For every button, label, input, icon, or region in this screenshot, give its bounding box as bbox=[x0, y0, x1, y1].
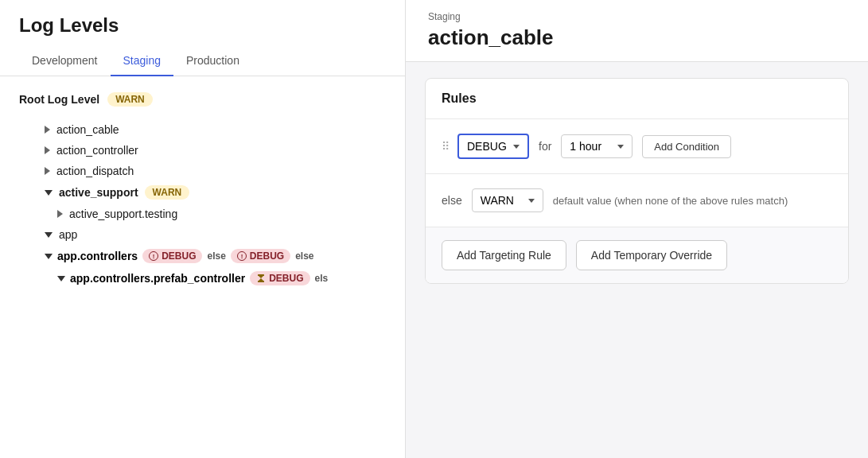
active-support-badge: WARN bbox=[145, 185, 190, 200]
else-row: else WARN default value (when none of th… bbox=[426, 174, 848, 227]
active-support-label: active_support bbox=[59, 186, 138, 199]
tab-staging[interactable]: Staging bbox=[111, 46, 173, 76]
tree-item-action-controller[interactable]: action_controller bbox=[19, 140, 386, 161]
root-log-badge: WARN bbox=[107, 92, 153, 107]
level-select-chevron-icon bbox=[513, 145, 520, 149]
svg-text:!: ! bbox=[153, 253, 155, 260]
for-label: for bbox=[539, 140, 551, 153]
tabs-container: Development Staging Production bbox=[0, 46, 405, 76]
else-level-select[interactable]: WARN bbox=[472, 188, 543, 212]
chevron-down-icon bbox=[45, 190, 53, 196]
duration-select[interactable]: 1 hour bbox=[561, 134, 633, 158]
else-level-chevron-icon bbox=[528, 199, 535, 203]
chevron-right-icon bbox=[45, 146, 50, 154]
root-log-label: Root Log Level bbox=[19, 93, 99, 106]
tab-development[interactable]: Development bbox=[19, 46, 111, 76]
right-content: Rules ⠿ DEBUG for 1 hour Add Condition e… bbox=[406, 62, 868, 458]
else-text-1: else bbox=[207, 250, 225, 262]
tree-item-app-prefab[interactable]: app.controllers.prefab_controller DEBUG … bbox=[19, 267, 386, 289]
add-targeting-rule-button[interactable]: Add Targeting Rule bbox=[442, 240, 566, 270]
else-text-3: els bbox=[315, 273, 329, 284]
chevron-down-icon bbox=[45, 254, 53, 259]
right-panel: Staging action_cable Rules ⠿ DEBUG for 1… bbox=[406, 0, 868, 458]
page-title: Log Levels bbox=[0, 0, 405, 46]
action-controller-label: action_controller bbox=[56, 144, 138, 157]
tree-item-action-dispatch[interactable]: action_dispatch bbox=[19, 161, 386, 181]
else-label: else bbox=[442, 194, 462, 207]
app-prefab-badge: DEBUG bbox=[250, 271, 309, 285]
app-controllers-badge1: ! DEBUG bbox=[142, 249, 202, 263]
left-panel: Log Levels Development Staging Productio… bbox=[0, 0, 406, 458]
default-value-text: default value (when none of the above ru… bbox=[553, 195, 788, 207]
duration-select-chevron-icon bbox=[617, 145, 624, 149]
app-label: app bbox=[59, 228, 77, 241]
warning-icon: ! bbox=[149, 251, 158, 261]
else-text-2: else bbox=[295, 250, 313, 262]
bottom-actions: Add Targeting Rule Add Temporary Overrid… bbox=[426, 227, 848, 283]
chevron-right-icon bbox=[45, 126, 50, 134]
chevron-down-icon bbox=[45, 232, 53, 238]
right-title: action_cable bbox=[428, 25, 846, 50]
chevron-down-icon bbox=[57, 276, 65, 281]
left-content: Root Log Level WARN action_cable action_… bbox=[0, 76, 405, 458]
app-controllers-badge2: ! DEBUG bbox=[231, 249, 290, 263]
chevron-right-icon bbox=[45, 167, 50, 175]
rule-row: ⠿ DEBUG for 1 hour Add Condition bbox=[426, 119, 848, 174]
action-dispatch-label: action_dispatch bbox=[56, 165, 134, 177]
tabs: Development Staging Production bbox=[0, 46, 405, 76]
right-header: Staging action_cable bbox=[406, 0, 868, 62]
tree-item-app[interactable]: app bbox=[19, 224, 386, 245]
duration-select-value: 1 hour bbox=[570, 140, 601, 153]
drag-handle-icon[interactable]: ⠿ bbox=[442, 140, 448, 153]
add-temporary-override-button[interactable]: Add Temporary Override bbox=[576, 240, 727, 270]
svg-text:!: ! bbox=[241, 253, 243, 260]
right-env-label: Staging bbox=[428, 11, 846, 22]
tab-production[interactable]: Production bbox=[173, 46, 252, 76]
active-support-testing-label: active_support.testing bbox=[69, 208, 177, 220]
level-select-value: DEBUG bbox=[467, 140, 507, 153]
hourglass-icon bbox=[256, 274, 266, 283]
app-controllers-label: app.controllers bbox=[57, 250, 138, 262]
rules-title: Rules bbox=[426, 79, 848, 119]
chevron-right-icon bbox=[57, 210, 63, 218]
svg-rect-5 bbox=[258, 281, 264, 282]
tree-item-action-cable[interactable]: action_cable bbox=[19, 119, 386, 140]
action-cable-label: action_cable bbox=[56, 123, 119, 136]
rules-card: Rules ⠿ DEBUG for 1 hour Add Condition e… bbox=[425, 78, 849, 284]
svg-rect-4 bbox=[258, 274, 264, 276]
level-select[interactable]: DEBUG bbox=[457, 134, 529, 159]
warning-icon-2: ! bbox=[237, 251, 247, 261]
add-condition-button[interactable]: Add Condition bbox=[642, 135, 731, 158]
tree-item-active-support[interactable]: active_support WARN bbox=[19, 181, 386, 204]
else-level-select-value: WARN bbox=[481, 194, 514, 207]
app-prefab-label: app.controllers.prefab_controller bbox=[70, 272, 245, 285]
tree-item-active-support-testing[interactable]: active_support.testing bbox=[19, 204, 386, 224]
root-log-level-row: Root Log Level WARN bbox=[19, 92, 386, 107]
tree-item-app-controllers[interactable]: app.controllers ! DEBUG else ! DEBUG els… bbox=[19, 245, 386, 267]
